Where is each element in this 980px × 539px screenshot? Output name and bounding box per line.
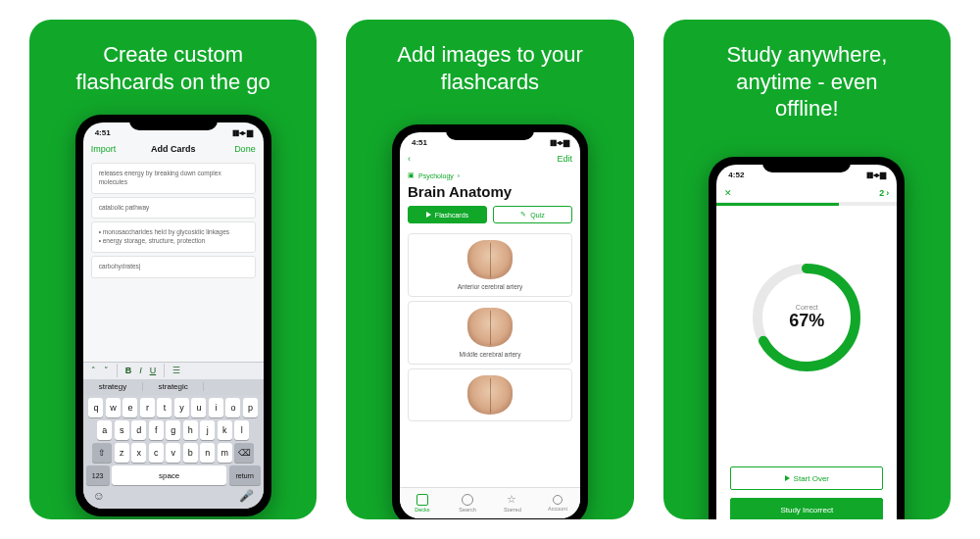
card-front-1[interactable]: releases energy by breaking down complex… <box>91 163 256 194</box>
tab-account[interactable]: Account <box>535 488 580 518</box>
key[interactable]: h <box>183 420 198 440</box>
folder-icon: ▣ <box>408 172 415 179</box>
status-icons: ▮▮ ◂▸ ▆ <box>232 128 251 137</box>
key[interactable]: b <box>183 443 198 463</box>
key[interactable]: s <box>115 420 129 440</box>
tab-flashcards[interactable]: Flashcards <box>408 206 487 223</box>
screen-add-cards: 4:51 ▮▮ ◂▸ ▆ Import Add Cards Done relea… <box>83 122 264 509</box>
status-time: 4:52 <box>728 171 744 179</box>
promo-panel-1: Create custom flashcards on the go 4:51 … <box>29 20 317 519</box>
italic-button[interactable]: I <box>139 366 142 375</box>
space-key[interactable]: space <box>112 466 226 485</box>
promo-panel-3: Study anywhere, anytime - even offline! … <box>663 20 951 519</box>
key[interactable]: f <box>149 420 164 440</box>
key[interactable]: j <box>200 420 215 440</box>
label: Decks <box>415 507 429 513</box>
key[interactable]: t <box>157 398 172 417</box>
flashcard-caption: Anterior cerebral artery <box>458 283 522 290</box>
key[interactable]: m <box>218 443 232 463</box>
key[interactable]: y <box>174 398 189 417</box>
tab-decks[interactable]: Decks <box>400 488 445 518</box>
key[interactable]: k <box>218 420 232 440</box>
edit-button[interactable]: Edit <box>537 154 572 164</box>
play-icon <box>426 212 431 218</box>
flashcard-item[interactable] <box>408 368 572 421</box>
key-row-2: asdfghjkl <box>83 417 264 440</box>
bold-button[interactable]: B <box>125 366 132 375</box>
panel-title: Create custom flashcards on the go <box>57 20 290 105</box>
prediction-2[interactable]: strategic <box>143 382 204 391</box>
flashcard-item[interactable]: Anterior cerebral artery <box>408 233 572 297</box>
list-icon[interactable]: ☰ <box>172 366 180 375</box>
key[interactable]: u <box>191 398 206 417</box>
card-back-1[interactable]: catabolic pathway <box>91 197 256 220</box>
deck-icon <box>416 494 428 506</box>
key[interactable]: n <box>200 443 215 463</box>
emoji-icon[interactable]: ☺ <box>93 489 105 503</box>
key[interactable]: d <box>131 420 146 440</box>
result-buttons: Start Over Study Incorrect <box>716 466 897 519</box>
flashcard-caption: Middle cerebral artery <box>460 351 521 358</box>
keyboard-predictions[interactable]: strategy strategic <box>83 379 264 395</box>
tab-search[interactable]: Search <box>445 488 490 518</box>
key[interactable]: v <box>166 443 180 463</box>
label: Quiz <box>530 212 544 219</box>
close-button[interactable]: ✕ <box>724 188 732 198</box>
results-header: ✕ 2 › <box>716 184 897 203</box>
notch <box>129 115 218 130</box>
label: Flashcards <box>435 212 468 219</box>
prediction-1[interactable]: strategy <box>83 382 144 391</box>
backspace-key[interactable]: ⌫ <box>234 443 254 463</box>
nav-bar: ‹ Edit <box>400 152 580 170</box>
key[interactable]: o <box>225 398 240 417</box>
key[interactable]: r <box>140 398 155 417</box>
keyboard-bottom: ☺ 🎤 <box>83 485 264 509</box>
screen-results: 4:52 ▮▮ ◂▸ ▆ ✕ 2 › Correct 67% Start Ove… <box>716 165 897 519</box>
back-button[interactable]: ‹ <box>408 154 443 164</box>
numbers-key[interactable]: 123 <box>86 466 110 485</box>
phone-frame: 4:51 ▮▮ ◂▸ ▆ ‹ Edit ▣ Psychology › Brain… <box>392 124 588 519</box>
card-front-2[interactable]: • monosaccharides held by glycosidic lin… <box>91 221 256 253</box>
status-icons: ▮▮ ◂▸ ▆ <box>550 138 568 147</box>
key[interactable]: a <box>97 420 112 440</box>
separator <box>164 364 165 377</box>
breadcrumb[interactable]: ▣ Psychology › <box>400 170 580 181</box>
progress-bar <box>716 203 897 206</box>
pencil-icon: ✎ <box>520 211 526 219</box>
key[interactable]: q <box>88 398 103 417</box>
notch <box>762 157 851 172</box>
mic-icon[interactable]: 🎤 <box>239 489 254 503</box>
key[interactable]: c <box>149 443 164 463</box>
play-icon <box>785 475 790 481</box>
key[interactable]: w <box>106 398 121 417</box>
chevron-up-icon[interactable]: ˄ <box>91 366 96 375</box>
progress-fill <box>716 203 839 206</box>
done-button[interactable]: Done <box>220 144 256 154</box>
key[interactable]: p <box>243 398 258 417</box>
format-toolbar[interactable]: ˄ ˅ B I U ☰ <box>83 362 264 379</box>
score-caption: Correct <box>796 304 818 311</box>
start-over-button[interactable]: Start Over <box>730 466 883 490</box>
import-button[interactable]: Import <box>91 144 126 154</box>
segmented-control: Flashcards ✎Quiz <box>400 206 580 229</box>
shift-key[interactable]: ⇧ <box>92 443 112 463</box>
key[interactable]: z <box>115 443 129 463</box>
study-incorrect-button[interactable]: Study Incorrect <box>730 498 883 519</box>
key[interactable]: l <box>234 420 249 440</box>
key[interactable]: i <box>209 398 223 417</box>
card-back-2[interactable]: carbohydrates| <box>91 256 256 278</box>
brain-image <box>467 308 513 347</box>
tab-quiz[interactable]: ✎Quiz <box>493 206 572 223</box>
key[interactable]: x <box>131 443 146 463</box>
account-icon <box>553 495 563 505</box>
key[interactable]: e <box>122 398 137 417</box>
score-ring-wrap: Correct 67% <box>716 210 897 425</box>
chevron-down-icon[interactable]: ˅ <box>104 366 109 375</box>
return-key[interactable]: return <box>229 466 261 485</box>
status-icons: ▮▮ ◂▸ ▆ <box>866 171 885 179</box>
tab-starred[interactable]: ☆Starred <box>490 488 535 518</box>
keyboard[interactable]: ˄ ˅ B I U ☰ strategy strategic qwertyuio… <box>83 362 264 509</box>
underline-button[interactable]: U <box>150 366 157 375</box>
flashcard-item[interactable]: Middle cerebral artery <box>408 301 572 365</box>
key[interactable]: g <box>166 420 180 440</box>
